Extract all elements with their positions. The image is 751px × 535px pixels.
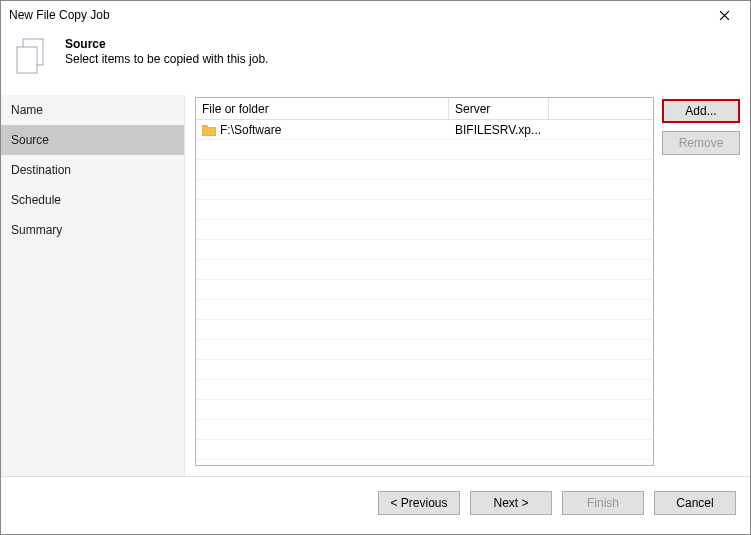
cancel-button[interactable]: Cancel	[654, 491, 736, 515]
sidebar-item-schedule[interactable]: Schedule	[1, 185, 184, 215]
wizard-header: Source Select items to be copied with th…	[1, 27, 750, 95]
sidebar-item-summary[interactable]: Summary	[1, 215, 184, 245]
cell-file: F:\Software	[196, 121, 449, 139]
table-row	[196, 340, 653, 360]
source-table: File or folder Server F:\Software BIFILE…	[195, 97, 654, 466]
table-row	[196, 260, 653, 280]
cell-file-text: F:\Software	[220, 123, 281, 137]
table-body: F:\Software BIFILESRV.xp...	[196, 120, 653, 465]
finish-button: Finish	[562, 491, 644, 515]
table-row[interactable]: F:\Software BIFILESRV.xp...	[196, 120, 653, 140]
table-row	[196, 140, 653, 160]
table-header: File or folder Server	[196, 98, 653, 120]
wizard-footer: < Previous Next > Finish Cancel	[1, 477, 750, 529]
sidebar-item-name[interactable]: Name	[1, 95, 184, 125]
main-panel: File or folder Server F:\Software BIFILE…	[185, 95, 750, 476]
page-subtitle: Select items to be copied with this job.	[65, 52, 268, 66]
table-row	[196, 200, 653, 220]
table-row	[196, 180, 653, 200]
table-row	[196, 320, 653, 340]
titlebar: New File Copy Job	[1, 1, 750, 27]
sidebar-item-destination[interactable]: Destination	[1, 155, 184, 185]
add-button[interactable]: Add...	[662, 99, 740, 123]
table-row	[196, 280, 653, 300]
column-header-file[interactable]: File or folder	[196, 98, 449, 120]
folder-icon	[202, 124, 216, 136]
side-buttons: Add... Remove	[662, 97, 740, 466]
sidebar-item-source[interactable]: Source	[1, 125, 184, 155]
wizard-sidebar: Name Source Destination Schedule Summary	[1, 95, 185, 476]
table-row	[196, 360, 653, 380]
close-icon	[719, 10, 730, 21]
table-row	[196, 420, 653, 440]
content: Name Source Destination Schedule Summary…	[1, 95, 750, 477]
table-row	[196, 400, 653, 420]
column-header-server[interactable]: Server	[449, 98, 549, 120]
table-row	[196, 380, 653, 400]
column-header-blank	[549, 98, 653, 120]
close-button[interactable]	[706, 4, 742, 26]
page-title: Source	[65, 37, 268, 51]
window-title: New File Copy Job	[9, 8, 110, 22]
table-row	[196, 300, 653, 320]
previous-button[interactable]: < Previous	[378, 491, 460, 515]
svg-rect-1	[17, 47, 37, 73]
cell-server: BIFILESRV.xp...	[449, 121, 549, 139]
table-row	[196, 160, 653, 180]
table-row	[196, 240, 653, 260]
table-row	[196, 220, 653, 240]
next-button[interactable]: Next >	[470, 491, 552, 515]
table-row	[196, 440, 653, 460]
documents-icon	[11, 35, 51, 77]
remove-button: Remove	[662, 131, 740, 155]
